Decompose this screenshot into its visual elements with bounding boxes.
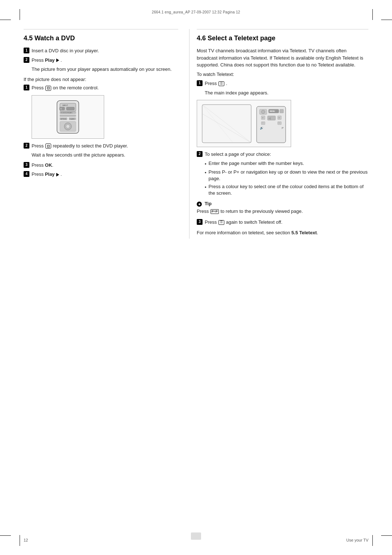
svg-rect-5 xyxy=(66,107,74,110)
input-icon-1: ⊡ xyxy=(45,86,51,91)
crop-mark-tr-h xyxy=(381,20,392,20)
bullet-3: • Press a colour key to select one of th… xyxy=(205,183,368,197)
play-label-1: Play xyxy=(45,57,55,63)
svg-text:CLASS: CLASS xyxy=(70,118,74,120)
svg-rect-25 xyxy=(280,109,283,113)
remote-illustration: INPUT ⊡ TV DVS DFB AFS OPTION xyxy=(32,95,104,139)
footer-ref-end: . xyxy=(317,230,318,235)
svg-rect-8 xyxy=(60,115,76,117)
step-45-after-3: 3 Press OK. xyxy=(24,162,178,169)
step-46-1: 1 Press ☰ . xyxy=(197,80,368,87)
bullet-dot-1: • xyxy=(205,161,207,167)
step-46-3: 3 Press ☰ again to switch Teletext off. xyxy=(197,219,368,226)
step-45-after-4: 4 Press Play . xyxy=(24,171,178,178)
step-45-after-2-text: Press ⊡ repeatedly to select the DVD pla… xyxy=(32,142,178,150)
page-header: 2664.1 eng_aurea_AP 27-09-2007 12:32 Pag… xyxy=(152,10,240,14)
svg-text:MENU: MENU xyxy=(270,110,275,112)
section-46-title: 4.6 Select a Teletext page xyxy=(197,35,368,42)
step-num-after-4: 4 xyxy=(24,171,29,177)
bullet-2-text: Press P- or P+ or navigation key up or d… xyxy=(209,169,368,182)
step-46-2: 2 To select a page of your choice: xyxy=(197,151,368,158)
tip-box: ✦ Tip Press P÷P to return to the previou… xyxy=(197,201,368,215)
step-46-1-text: Press ☰ . xyxy=(205,80,368,87)
play-icon-1 xyxy=(56,58,59,62)
tip-label: Tip xyxy=(205,201,212,206)
if-label: If the picture does not appear: xyxy=(24,76,178,83)
step-num-after-2: 2 xyxy=(24,143,29,149)
footer-ref-text: For more information on teletext, see se… xyxy=(197,230,291,235)
step-45-2-subtext: The picture from your player appears aut… xyxy=(32,66,178,73)
section-46-to-watch: To watch Teletext: xyxy=(197,71,368,78)
play-icon-2 xyxy=(56,173,59,177)
bottom-rect xyxy=(191,532,201,540)
step-45-after-2-sub: Wait a few seconds until the picture app… xyxy=(32,151,178,159)
teletext-ref: 5.5 Teletext xyxy=(291,230,317,235)
input-icon-2: ⊡ xyxy=(45,143,51,149)
svg-text:INPUT: INPUT xyxy=(62,104,68,106)
tip-title: ✦ Tip xyxy=(197,201,368,207)
step-46-2-intro: To select a page of your choice: xyxy=(205,151,368,158)
svg-point-15 xyxy=(66,125,70,128)
step-num-1: 1 xyxy=(24,48,29,53)
if-block: If the picture does not appear: 1 Press … xyxy=(24,76,178,92)
step-45-1: 1 Insert a DVD disc in your player. xyxy=(24,47,178,54)
step-45-after-3-text: Press OK. xyxy=(32,162,178,169)
bullet-3-text: Press a colour key to select one of the … xyxy=(209,183,368,197)
step-45-1-text: Insert a DVD disc in your player. xyxy=(32,47,178,54)
menu-icon-2: ☰ xyxy=(219,220,224,225)
step-46-1-sub: The main index page appears. xyxy=(205,89,368,97)
svg-text:−: − xyxy=(278,122,280,124)
svg-point-22 xyxy=(261,110,265,114)
crop-mark-tl-v xyxy=(20,9,20,20)
svg-text:+: + xyxy=(278,117,280,119)
footer-right-text: Use your TV xyxy=(346,538,368,542)
bullet-2: • Press P- or P+ or navigation key up or… xyxy=(205,169,368,182)
content-area: 4.5 Watch a DVD 1 Insert a DVD disc in y… xyxy=(24,29,368,526)
bullet-1: • Enter the page number with the number … xyxy=(205,160,368,167)
svg-text:−: − xyxy=(262,122,264,124)
menu-icon-1: ☰ xyxy=(219,81,224,86)
right-column: 4.6 Select a Teletext page Most TV chann… xyxy=(189,29,368,239)
svg-text:+: + xyxy=(262,117,264,119)
if-step-1: 1 Press ⊡ on the remote control. xyxy=(24,84,178,92)
pp-icon: P÷P xyxy=(211,209,219,214)
crop-mark-bl-h xyxy=(0,535,11,536)
tip-icon: ✦ xyxy=(197,202,202,207)
svg-text:TV  DVS  DFB  AFS: TV DVS DFB AFS xyxy=(61,112,73,114)
bullet-dot-2: • xyxy=(205,170,207,176)
section-46-footer-ref: For more information on teletext, see se… xyxy=(197,229,368,236)
step-num-after-3: 3 xyxy=(24,162,29,168)
crop-mark-tr-v xyxy=(372,9,373,20)
step-45-after-2: 2 Press ⊡ repeatedly to select the DVD p… xyxy=(24,142,178,150)
step-45-after-4-text: Press Play . xyxy=(32,171,178,178)
if-step-text: Press ⊡ on the remote control. xyxy=(32,84,178,92)
section-46-intro: Most TV channels broadcast information v… xyxy=(197,47,368,69)
tv-illustration: MENU + ◁ + − − xyxy=(197,100,291,147)
tip-text: Press P÷P to return to the previously vi… xyxy=(197,208,368,215)
footer-page-number: 12 xyxy=(24,538,28,542)
crop-mark-tl-h xyxy=(0,20,11,20)
bullet-1-text: Enter the page number with the number ke… xyxy=(209,160,304,167)
crop-mark-br-h xyxy=(381,535,392,536)
if-step-num: 1 xyxy=(24,85,29,90)
svg-text:OPTION: OPTION xyxy=(61,118,66,120)
crop-mark-bl-v xyxy=(20,535,20,546)
svg-text:⊡: ⊡ xyxy=(60,108,62,110)
crop-mark-br-v xyxy=(372,535,373,546)
section-divider-left xyxy=(24,29,178,29)
left-column: 4.5 Watch a DVD 1 Insert a DVD disc in y… xyxy=(24,29,189,239)
step-45-2-text: Press Play . xyxy=(32,57,178,64)
step-num-2: 2 xyxy=(24,57,29,63)
section-divider-right xyxy=(197,29,368,29)
bullet-list: • Enter the page number with the number … xyxy=(205,160,368,197)
step-46-num-2: 2 xyxy=(197,151,203,157)
step-46-num-3: 3 xyxy=(197,219,203,225)
svg-text:P: P xyxy=(282,126,283,130)
two-columns: 4.5 Watch a DVD 1 Insert a DVD disc in y… xyxy=(24,29,368,239)
svg-text:🔊: 🔊 xyxy=(260,126,264,130)
section-45-title: 4.5 Watch a DVD xyxy=(24,35,178,42)
bullet-dot-3: • xyxy=(205,184,207,191)
step-46-3-text: Press ☰ again to switch Teletext off. xyxy=(205,219,368,226)
step-45-2: 2 Press Play . xyxy=(24,57,178,64)
step-46-num-1: 1 xyxy=(197,80,203,86)
